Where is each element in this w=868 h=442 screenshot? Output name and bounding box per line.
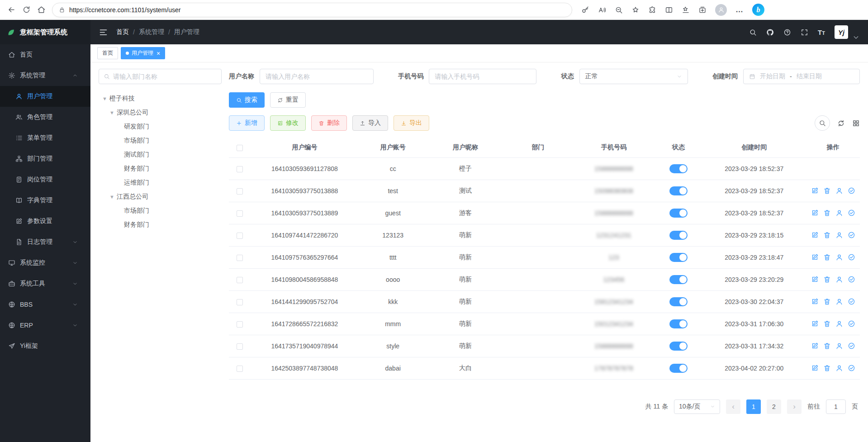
- goto-page-input[interactable]: [826, 399, 846, 414]
- edit-row-icon[interactable]: [811, 276, 819, 283]
- font-size-icon[interactable]: TT: [818, 29, 825, 36]
- page-size-select[interactable]: 10条/页: [674, 399, 720, 414]
- approve-row-icon[interactable]: [848, 209, 855, 217]
- sidebar-item-菜单管理[interactable]: 菜单管理: [0, 128, 90, 148]
- caret-down-icon[interactable]: ▼: [102, 96, 109, 101]
- extensions-puzzle-icon[interactable]: [648, 6, 656, 14]
- sidebar-item-岗位管理[interactable]: 岗位管理: [0, 169, 90, 190]
- prev-page-button[interactable]: ‹: [726, 399, 740, 414]
- row-checkbox[interactable]: [237, 233, 243, 239]
- user-detail-icon[interactable]: [835, 187, 843, 195]
- tree-node-深圳总公司[interactable]: ▼深圳总公司: [99, 105, 222, 119]
- tab-首页[interactable]: 首页: [97, 47, 118, 59]
- sidebar-item-系统管理[interactable]: 系统管理: [0, 65, 90, 86]
- edit-row-icon[interactable]: [811, 364, 819, 372]
- breadcrumb-item[interactable]: 用户管理: [174, 28, 199, 36]
- status-toggle[interactable]: [669, 253, 688, 262]
- status-toggle[interactable]: [669, 209, 688, 218]
- row-checkbox[interactable]: [237, 343, 243, 350]
- edit-row-icon[interactable]: [811, 209, 819, 217]
- edit-row-icon[interactable]: [811, 187, 819, 195]
- status-toggle[interactable]: [669, 231, 688, 240]
- date-range-picker[interactable]: 开始日期 - 结束日期: [743, 69, 860, 84]
- github-icon[interactable]: [766, 29, 774, 36]
- reload-icon[interactable]: [22, 5, 31, 14]
- tree-node-研发部门[interactable]: 研发部门: [99, 119, 222, 133]
- approve-row-icon[interactable]: [848, 364, 855, 372]
- status-toggle[interactable]: [669, 319, 688, 328]
- user-avatar[interactable]: Yj: [835, 25, 848, 39]
- approve-row-icon[interactable]: [848, 187, 855, 195]
- refresh-table-icon[interactable]: [837, 119, 845, 127]
- page-number-1[interactable]: 1: [746, 399, 761, 414]
- sidebar-item-日志管理[interactable]: 日志管理: [0, 232, 90, 252]
- tree-node-市场部门[interactable]: 市场部门: [99, 133, 222, 147]
- favorite-star-icon[interactable]: [631, 6, 640, 14]
- delete-button[interactable]: 删除: [311, 115, 347, 131]
- approve-row-icon[interactable]: [848, 342, 855, 350]
- zoom-icon[interactable]: [615, 6, 623, 14]
- status-toggle[interactable]: [669, 364, 688, 373]
- browser-profile-avatar[interactable]: [715, 4, 727, 16]
- close-tab-icon[interactable]: ×: [157, 50, 160, 57]
- delete-row-icon[interactable]: [823, 276, 831, 283]
- user-detail-icon[interactable]: [835, 342, 843, 350]
- tab-用户管理[interactable]: 用户管理×: [121, 47, 165, 59]
- collections-icon[interactable]: [698, 6, 707, 14]
- tree-node-橙子科技[interactable]: ▼橙子科技: [99, 91, 222, 105]
- delete-row-icon[interactable]: [823, 231, 831, 239]
- column-settings-icon[interactable]: [852, 119, 860, 127]
- tree-node-财务部门[interactable]: 财务部门: [99, 162, 222, 176]
- collapse-sidebar-icon[interactable]: [99, 28, 108, 37]
- user-detail-icon[interactable]: [835, 209, 843, 217]
- table-search-button[interactable]: [815, 115, 830, 131]
- approve-row-icon[interactable]: [848, 276, 855, 283]
- sidebar-item-角色管理[interactable]: 角色管理: [0, 107, 90, 128]
- sidebar-item-部门管理[interactable]: 部门管理: [0, 148, 90, 169]
- delete-row-icon[interactable]: [823, 320, 831, 328]
- fullscreen-icon[interactable]: [801, 29, 808, 36]
- caret-down-icon[interactable]: ▼: [109, 110, 117, 115]
- edit-row-icon[interactable]: [811, 298, 819, 305]
- page-number-2[interactable]: 2: [767, 399, 781, 414]
- tree-node-运维部门[interactable]: 运维部门: [99, 176, 222, 190]
- tree-node-财务部门[interactable]: 财务部门: [99, 218, 222, 232]
- browser-menu-icon[interactable]: …: [735, 5, 744, 14]
- breadcrumb-item[interactable]: 系统管理: [139, 28, 164, 36]
- password-key-icon[interactable]: [581, 6, 589, 14]
- status-toggle[interactable]: [669, 164, 688, 173]
- dept-search-input[interactable]: [113, 73, 217, 80]
- row-checkbox[interactable]: [237, 299, 243, 305]
- user-detail-icon[interactable]: [835, 298, 843, 305]
- row-checkbox[interactable]: [237, 277, 243, 283]
- user-detail-icon[interactable]: [835, 231, 843, 239]
- sidebar-item-BBS[interactable]: BBS: [0, 294, 90, 315]
- favorites-bar-icon[interactable]: [682, 6, 690, 14]
- status-toggle[interactable]: [669, 275, 688, 284]
- address-bar[interactable]: https://ccnetcore.com:1101/system/user: [52, 3, 572, 17]
- sidebar-item-ERP[interactable]: ERP: [0, 315, 90, 336]
- delete-row-icon[interactable]: [823, 187, 831, 195]
- modify-button[interactable]: 修改: [270, 115, 306, 131]
- phone-input[interactable]: [429, 69, 536, 84]
- row-checkbox[interactable]: [237, 166, 243, 172]
- delete-row-icon[interactable]: [823, 342, 831, 350]
- delete-row-icon[interactable]: [823, 253, 831, 261]
- split-screen-icon[interactable]: [665, 6, 673, 14]
- user-detail-icon[interactable]: [835, 320, 843, 328]
- back-icon[interactable]: [7, 5, 16, 14]
- username-input[interactable]: [260, 69, 374, 84]
- edit-row-icon[interactable]: [811, 320, 819, 328]
- search-button[interactable]: 搜索: [229, 92, 265, 108]
- add-button[interactable]: 新增: [229, 115, 265, 131]
- status-toggle[interactable]: [669, 186, 688, 195]
- sidebar-item-字典管理[interactable]: 字典管理: [0, 190, 90, 211]
- row-checkbox[interactable]: [237, 366, 243, 372]
- next-page-button[interactable]: ›: [787, 399, 802, 414]
- user-detail-icon[interactable]: [835, 364, 843, 372]
- sidebar-item-系统监控[interactable]: 系统监控: [0, 252, 90, 273]
- edit-row-icon[interactable]: [811, 231, 819, 239]
- import-button[interactable]: 导入: [352, 115, 388, 131]
- status-toggle[interactable]: [669, 342, 688, 351]
- row-checkbox[interactable]: [237, 321, 243, 328]
